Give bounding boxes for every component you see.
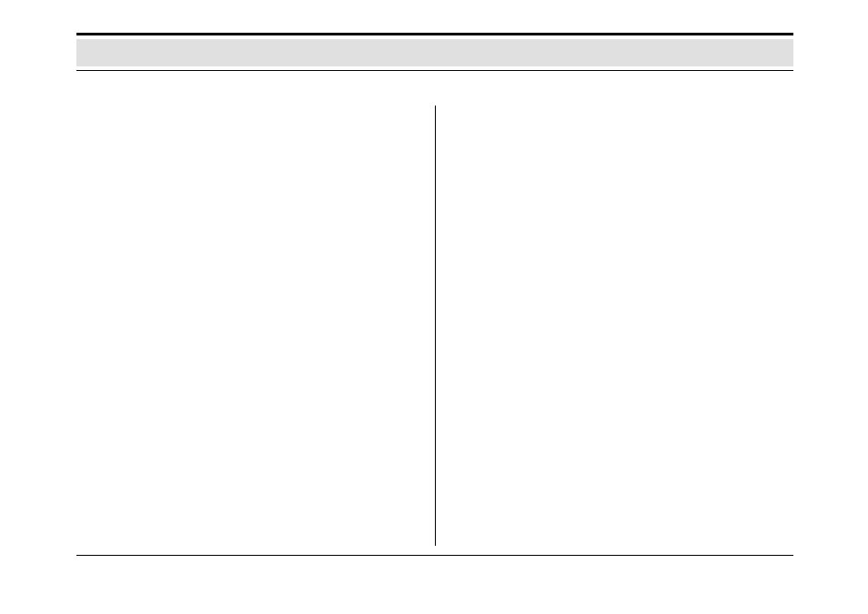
bottom-rule: [76, 555, 793, 556]
column-divider: [435, 106, 436, 546]
content-area: [76, 75, 793, 555]
page-frame: [76, 33, 793, 556]
top-rule-thick: [76, 33, 793, 35]
top-rule-thin: [76, 70, 793, 71]
header-band: [76, 39, 793, 66]
